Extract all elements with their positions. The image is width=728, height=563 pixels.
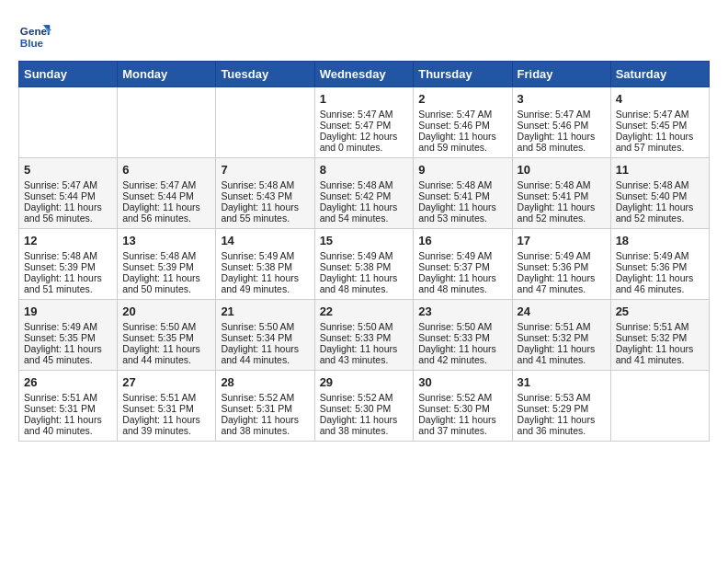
calendar-cell: 14Sunrise: 5:49 AMSunset: 5:38 PMDayligh…: [216, 229, 314, 300]
day-number: 6: [122, 163, 210, 177]
daylight-text: Daylight: 11 hours and 43 minutes.: [320, 343, 409, 365]
sunrise-text: Sunrise: 5:49 AM: [518, 250, 606, 261]
daylight-text: Daylight: 11 hours and 44 minutes.: [122, 343, 210, 365]
calendar-cell: 15Sunrise: 5:49 AMSunset: 5:38 PMDayligh…: [314, 229, 414, 300]
calendar-body: 1Sunrise: 5:47 AMSunset: 5:47 PMDaylight…: [19, 87, 710, 442]
daylight-text: Daylight: 11 hours and 42 minutes.: [418, 343, 506, 365]
daylight-text: Daylight: 11 hours and 54 minutes.: [320, 201, 409, 224]
day-number: 28: [221, 375, 309, 389]
sunset-text: Sunset: 5:31 PM: [221, 403, 309, 414]
sunset-text: Sunset: 5:41 PM: [518, 190, 606, 201]
sunset-text: Sunset: 5:39 PM: [24, 261, 112, 272]
sunset-text: Sunset: 5:41 PM: [418, 190, 506, 201]
calendar-cell: 3Sunrise: 5:47 AMSunset: 5:46 PMDaylight…: [512, 87, 610, 158]
calendar-cell: 22Sunrise: 5:50 AMSunset: 5:33 PMDayligh…: [314, 300, 414, 371]
calendar-cell: 26Sunrise: 5:51 AMSunset: 5:31 PMDayligh…: [19, 371, 118, 442]
sunrise-text: Sunrise: 5:48 AM: [418, 179, 506, 190]
calendar-week-row: 1Sunrise: 5:47 AMSunset: 5:47 PMDaylight…: [19, 87, 710, 158]
calendar-cell: 9Sunrise: 5:48 AMSunset: 5:41 PMDaylight…: [414, 158, 512, 229]
sunrise-text: Sunrise: 5:50 AM: [221, 321, 309, 332]
sunset-text: Sunset: 5:42 PM: [320, 190, 409, 201]
daylight-text: Daylight: 11 hours and 58 minutes.: [518, 131, 606, 153]
calendar-cell: 12Sunrise: 5:48 AMSunset: 5:39 PMDayligh…: [19, 229, 118, 300]
calendar-cell: 18Sunrise: 5:49 AMSunset: 5:36 PMDayligh…: [610, 229, 709, 300]
sunrise-text: Sunrise: 5:48 AM: [221, 179, 309, 190]
sunset-text: Sunset: 5:29 PM: [518, 403, 606, 414]
sunrise-text: Sunrise: 5:52 AM: [221, 392, 309, 403]
calendar-cell: [216, 87, 314, 158]
calendar-cell: 5Sunrise: 5:47 AMSunset: 5:44 PMDaylight…: [19, 158, 118, 229]
sunset-text: Sunset: 5:43 PM: [221, 190, 309, 201]
day-number: 19: [24, 304, 112, 318]
sunrise-text: Sunrise: 5:51 AM: [616, 321, 704, 332]
sunrise-text: Sunrise: 5:47 AM: [616, 109, 704, 120]
day-number: 23: [418, 304, 506, 318]
weekday-header: Sunday: [19, 62, 118, 87]
day-number: 12: [24, 234, 112, 247]
day-number: 22: [320, 304, 409, 318]
sunset-text: Sunset: 5:44 PM: [24, 190, 112, 201]
daylight-text: Daylight: 11 hours and 50 minutes.: [122, 272, 210, 294]
logo-icon: General Blue: [18, 18, 51, 52]
day-number: 18: [616, 234, 704, 247]
sunrise-text: Sunrise: 5:47 AM: [320, 109, 409, 120]
sunrise-text: Sunrise: 5:47 AM: [418, 109, 506, 120]
calendar-week-row: 5Sunrise: 5:47 AMSunset: 5:44 PMDaylight…: [19, 158, 710, 229]
sunrise-text: Sunrise: 5:47 AM: [518, 109, 606, 120]
calendar-cell: [19, 87, 118, 158]
sunrise-text: Sunrise: 5:50 AM: [320, 321, 409, 332]
calendar-cell: 23Sunrise: 5:50 AMSunset: 5:33 PMDayligh…: [414, 300, 512, 371]
daylight-text: Daylight: 11 hours and 41 minutes.: [518, 343, 606, 365]
calendar-week-row: 12Sunrise: 5:48 AMSunset: 5:39 PMDayligh…: [19, 229, 710, 300]
sunrise-text: Sunrise: 5:49 AM: [320, 250, 409, 261]
calendar-table: SundayMondayTuesdayWednesdayThursdayFrid…: [18, 61, 710, 442]
day-number: 27: [122, 375, 210, 389]
sunrise-text: Sunrise: 5:50 AM: [122, 321, 210, 332]
page-header: General Blue: [18, 18, 710, 52]
svg-text:Blue: Blue: [20, 37, 44, 49]
calendar-cell: 21Sunrise: 5:50 AMSunset: 5:34 PMDayligh…: [216, 300, 314, 371]
daylight-text: Daylight: 11 hours and 45 minutes.: [24, 343, 112, 365]
day-number: 11: [616, 163, 704, 177]
sunset-text: Sunset: 5:45 PM: [616, 120, 704, 131]
daylight-text: Daylight: 11 hours and 44 minutes.: [221, 343, 309, 365]
calendar-week-row: 19Sunrise: 5:49 AMSunset: 5:35 PMDayligh…: [19, 300, 710, 371]
daylight-text: Daylight: 11 hours and 46 minutes.: [616, 272, 704, 294]
calendar-week-row: 26Sunrise: 5:51 AMSunset: 5:31 PMDayligh…: [19, 371, 710, 442]
calendar-cell: 31Sunrise: 5:53 AMSunset: 5:29 PMDayligh…: [512, 371, 610, 442]
weekday-header: Tuesday: [216, 62, 314, 87]
daylight-text: Daylight: 12 hours and 0 minutes.: [320, 131, 409, 153]
daylight-text: Daylight: 11 hours and 55 minutes.: [221, 201, 309, 224]
daylight-text: Daylight: 11 hours and 40 minutes.: [24, 414, 112, 436]
daylight-text: Daylight: 11 hours and 37 minutes.: [418, 414, 506, 436]
daylight-text: Daylight: 11 hours and 47 minutes.: [518, 272, 606, 294]
day-number: 25: [616, 304, 704, 318]
sunset-text: Sunset: 5:44 PM: [122, 190, 210, 201]
daylight-text: Daylight: 11 hours and 57 minutes.: [616, 131, 704, 153]
daylight-text: Daylight: 11 hours and 39 minutes.: [122, 414, 210, 436]
sunset-text: Sunset: 5:46 PM: [518, 120, 606, 131]
sunset-text: Sunset: 5:33 PM: [320, 332, 409, 343]
calendar-cell: 29Sunrise: 5:52 AMSunset: 5:30 PMDayligh…: [314, 371, 414, 442]
day-number: 31: [518, 375, 606, 389]
sunrise-text: Sunrise: 5:49 AM: [418, 250, 506, 261]
sunset-text: Sunset: 5:32 PM: [518, 332, 606, 343]
calendar-cell: 1Sunrise: 5:47 AMSunset: 5:47 PMDaylight…: [314, 87, 414, 158]
day-number: 26: [24, 375, 112, 389]
calendar-cell: [610, 371, 709, 442]
calendar-cell: 2Sunrise: 5:47 AMSunset: 5:46 PMDaylight…: [414, 87, 512, 158]
daylight-text: Daylight: 11 hours and 48 minutes.: [418, 272, 506, 294]
weekday-header: Monday: [118, 62, 216, 87]
calendar-cell: 11Sunrise: 5:48 AMSunset: 5:40 PMDayligh…: [610, 158, 709, 229]
daylight-text: Daylight: 11 hours and 36 minutes.: [518, 414, 606, 436]
sunrise-text: Sunrise: 5:48 AM: [320, 179, 409, 190]
calendar-cell: 16Sunrise: 5:49 AMSunset: 5:37 PMDayligh…: [414, 229, 512, 300]
sunset-text: Sunset: 5:38 PM: [221, 261, 309, 272]
day-number: 1: [320, 92, 409, 106]
daylight-text: Daylight: 11 hours and 56 minutes.: [24, 201, 112, 224]
calendar-cell: 6Sunrise: 5:47 AMSunset: 5:44 PMDaylight…: [118, 158, 216, 229]
daylight-text: Daylight: 11 hours and 41 minutes.: [616, 343, 704, 365]
daylight-text: Daylight: 11 hours and 52 minutes.: [518, 201, 606, 224]
daylight-text: Daylight: 11 hours and 52 minutes.: [616, 201, 704, 224]
sunset-text: Sunset: 5:31 PM: [122, 403, 210, 414]
